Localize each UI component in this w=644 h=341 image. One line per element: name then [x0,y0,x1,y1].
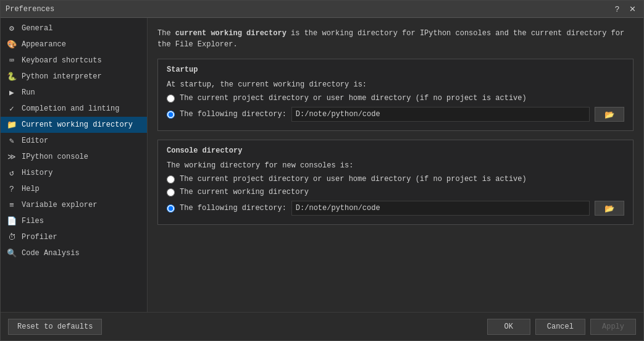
console-directory-desc: The working directory for new consoles i… [167,161,624,170]
close-button[interactable]: ✕ [627,3,638,15]
sidebar-label-ipython-console: IPython console [22,153,88,161]
console-following-radio[interactable] [167,204,175,213]
console-option-cwd[interactable]: The current working directory [167,188,624,196]
sidebar-label-keyboard-shortcuts: Keyboard shortcuts [22,56,102,65]
sidebar-item-history[interactable]: ↺History [1,165,147,181]
startup-option-project[interactable]: The current project directory or user ho… [167,94,624,103]
python-interpreter-icon: 🐍 [7,72,17,82]
sidebar-label-run: Run [22,88,35,97]
sidebar-item-general[interactable]: ⚙General [1,20,147,36]
sidebar-label-history: History [22,169,52,177]
startup-section: Startup At startup, the current working … [157,59,634,131]
completion-linting-icon: ✓ [7,104,17,114]
main-description: The current working directory is the wor… [157,28,634,50]
sidebar-item-python-interpreter[interactable]: 🐍Python interpreter [1,69,147,85]
sidebar-label-profiler: Profiler [22,233,57,242]
console-directory-title: Console directory [167,146,624,155]
startup-project-radio[interactable] [167,95,175,103]
startup-directory-input[interactable] [291,107,590,122]
editor-icon: ✎ [7,136,17,146]
startup-desc: At startup, the current working director… [167,80,624,89]
sidebar-item-current-working-directory[interactable]: 📁Current working directory [1,117,147,133]
console-cwd-radio[interactable] [167,188,175,196]
sidebar-label-completion-linting: Completion and linting [22,104,119,113]
footer-buttons: OK Cancel Apply [487,319,636,335]
console-browse-button[interactable]: 📂 [595,201,624,216]
sidebar-item-code-analysis[interactable]: 🔍Code Analysis [1,245,147,261]
window-title: Preferences [6,5,54,14]
startup-browse-button[interactable]: 📂 [595,107,624,122]
current-working-directory-icon: 📁 [7,120,17,130]
sidebar-label-appearance: Appearance [22,40,66,49]
sidebar-item-help[interactable]: ?Help [1,181,147,197]
console-directory-section: Console directory The working directory … [157,140,634,225]
sidebar-label-help: Help [22,185,40,193]
startup-following-label: The following directory: [180,110,286,119]
sidebar-item-profiler[interactable]: ⏱Profiler [1,229,147,245]
startup-following-radio[interactable] [167,111,175,119]
ipython-console-icon: ≫ [7,152,17,162]
console-directory-input[interactable] [291,201,590,216]
startup-project-label: The current project directory or user ho… [180,94,527,103]
sidebar-item-variable-explorer[interactable]: ≡Variable explorer [1,197,147,213]
help-button[interactable]: ? [613,3,622,15]
sidebar-item-appearance[interactable]: 🎨Appearance [1,36,147,53]
general-icon: ⚙ [7,23,17,33]
keyboard-shortcuts-icon: ⌨ [7,56,17,65]
sidebar-item-editor[interactable]: ✎Editor [1,133,147,149]
startup-title: Startup [167,65,624,74]
console-cwd-label: The current working directory [180,188,309,196]
footer: Reset to defaults OK Cancel Apply [1,312,643,340]
main-panel: The current working directory is the wor… [148,18,643,312]
sidebar-label-current-working-directory: Current working directory [22,120,133,129]
preferences-window: Preferences ? ✕ ⚙General🎨Appearance⌨Keyb… [0,0,644,341]
profiler-icon: ⏱ [7,232,17,242]
title-bar: Preferences ? ✕ [1,1,643,18]
startup-option-following: The following directory: 📂 [167,107,624,122]
content-area: ⚙General🎨Appearance⌨Keyboard shortcuts🐍P… [1,18,643,312]
variable-explorer-icon: ≡ [7,200,17,210]
sidebar-item-run[interactable]: ▶Run [1,85,147,101]
run-icon: ▶ [7,88,17,98]
code-analysis-icon: 🔍 [7,248,17,258]
history-icon: ↺ [7,168,17,178]
apply-button[interactable]: Apply [590,319,636,335]
ok-button[interactable]: OK [487,319,530,335]
sidebar: ⚙General🎨Appearance⌨Keyboard shortcuts🐍P… [1,18,148,312]
console-option-project[interactable]: The current project directory or user ho… [167,175,624,183]
sidebar-label-general: General [22,24,52,33]
console-project-label: The current project directory or user ho… [180,175,527,183]
title-bar-controls: ? ✕ [613,3,638,15]
console-option-following: The following directory: 📂 [167,201,624,216]
files-icon: 📄 [7,216,17,226]
sidebar-label-variable-explorer: Variable explorer [22,201,97,209]
sidebar-item-ipython-console[interactable]: ≫IPython console [1,149,147,165]
reset-button[interactable]: Reset to defaults [8,319,102,335]
sidebar-item-keyboard-shortcuts[interactable]: ⌨Keyboard shortcuts [1,53,147,69]
console-project-radio[interactable] [167,175,175,183]
appearance-icon: 🎨 [7,40,17,49]
console-following-label: The following directory: [180,204,286,213]
cancel-button[interactable]: Cancel [535,319,585,335]
sidebar-item-files[interactable]: 📄Files [1,213,147,229]
sidebar-label-code-analysis: Code Analysis [22,249,80,258]
help-icon: ? [7,184,17,194]
sidebar-label-files: Files [22,217,44,225]
sidebar-label-editor: Editor [22,137,48,145]
sidebar-item-completion-linting[interactable]: ✓Completion and linting [1,101,147,117]
sidebar-label-python-interpreter: Python interpreter [22,72,102,81]
